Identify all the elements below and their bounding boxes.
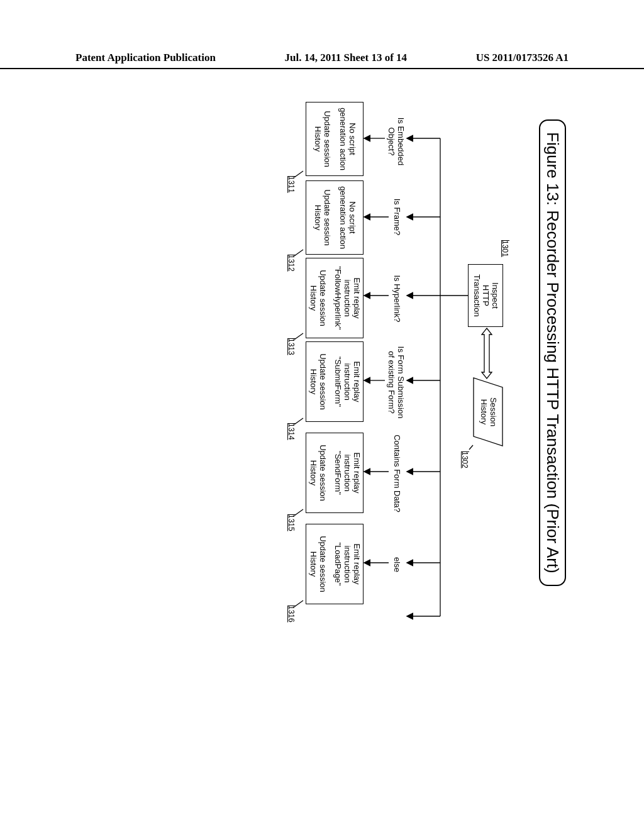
a3l3: Update session bbox=[318, 270, 327, 326]
b5q1: Contains Form Data? bbox=[392, 434, 402, 512]
page-header: Patent Application Publication Jul. 14, … bbox=[0, 52, 644, 69]
action-frame: No script generation action Update sessi… bbox=[306, 180, 364, 255]
a4l1: Emit replay instruction bbox=[342, 342, 361, 421]
header-left: Patent Application Publication bbox=[75, 52, 216, 64]
b4q1: Is Form Submission bbox=[396, 346, 406, 419]
inspect-l3: Transaction bbox=[472, 274, 481, 316]
action-loadpage: Emit replay instruction "LoadPage" Updat… bbox=[306, 524, 364, 604]
inspect-l2: HTTP bbox=[481, 285, 491, 306]
action-hyperlink: Emit replay instruction "FollowHyperlink… bbox=[306, 258, 364, 338]
branch-hyperlink: Is Hyperlink? bbox=[392, 270, 401, 327]
ref-1315: 1315 bbox=[287, 514, 296, 531]
a3l4: History bbox=[308, 285, 318, 311]
ref-1312: 1312 bbox=[287, 255, 296, 272]
a6l4: History bbox=[308, 551, 318, 577]
a1l4: History bbox=[313, 126, 322, 152]
ref-1314: 1314 bbox=[287, 423, 296, 440]
a4l4: History bbox=[308, 369, 318, 394]
b3q1: Is Hyperlink? bbox=[392, 275, 402, 322]
session-history-box: Session History bbox=[473, 377, 503, 446]
a4l2: "SubmitForm" bbox=[333, 357, 343, 407]
b2q1: Is Frame? bbox=[392, 199, 402, 236]
header-center: Jul. 14, 2011 Sheet 13 of 14 bbox=[285, 52, 408, 64]
branch-embedded: Is Embedded Object? bbox=[386, 113, 405, 170]
a5l1: Emit replay instruction bbox=[342, 433, 361, 512]
ref-1301: 1301 bbox=[501, 240, 509, 257]
a2l2: generation action bbox=[338, 186, 347, 249]
a1l2: generation action bbox=[338, 108, 347, 170]
ref-1311: 1311 bbox=[287, 176, 296, 193]
a1l1: No script bbox=[347, 123, 357, 155]
figure-title: Figure 13: Recorder Processing HTTP Tran… bbox=[539, 119, 566, 586]
action-embedded: No script generation action Update sessi… bbox=[306, 102, 364, 176]
branch-frame: Is Frame? bbox=[392, 195, 401, 239]
a5l2: "SendForm" bbox=[333, 451, 343, 495]
a5l4: History bbox=[308, 460, 318, 485]
action-sendform: Emit replay instruction "SendForm" Updat… bbox=[306, 433, 364, 513]
a2l1: No script bbox=[347, 201, 357, 233]
branch-form-data: Contains Form Data? bbox=[392, 433, 401, 514]
ref-1302: 1302 bbox=[460, 451, 469, 468]
session-l2: History bbox=[479, 399, 489, 424]
session-l1: Session bbox=[489, 397, 498, 426]
b4q2: of existing Form? bbox=[387, 351, 396, 414]
figure-13: Figure 13: Recorder Processing HTTP Tran… bbox=[0, 101, 566, 591]
a4l3: Update session bbox=[318, 353, 327, 410]
action-submitform: Emit replay instruction "SubmitForm" Upd… bbox=[306, 341, 364, 422]
ref-1316: 1316 bbox=[287, 606, 296, 622]
a2l3: Update session bbox=[322, 189, 331, 246]
a3l1: Emit replay instruction bbox=[342, 258, 361, 338]
b6q1: else bbox=[392, 557, 402, 572]
a6l3: Update session bbox=[318, 536, 327, 592]
a1l3: Update session bbox=[322, 111, 331, 167]
branch-form-submit: Is Form Submission of existing Form? bbox=[386, 345, 405, 420]
branch-else: else bbox=[392, 552, 401, 577]
a2l4: History bbox=[313, 205, 322, 230]
inspect-l1: Inspect bbox=[490, 282, 499, 309]
a5l3: Update session bbox=[318, 445, 327, 501]
a6l1: Emit replay instruction bbox=[342, 524, 361, 604]
a6l2: "LoadPage" bbox=[333, 543, 343, 586]
b1q2: Object? bbox=[387, 128, 396, 156]
b1q1: Is Embedded bbox=[396, 118, 406, 166]
ref-1313: 1313 bbox=[287, 338, 296, 355]
a3l2: "FollowHyperlink" bbox=[333, 267, 343, 330]
header-right: US 2011/0173526 A1 bbox=[476, 52, 569, 64]
inspect-http-box: Inspect HTTP Transaction bbox=[468, 264, 503, 327]
